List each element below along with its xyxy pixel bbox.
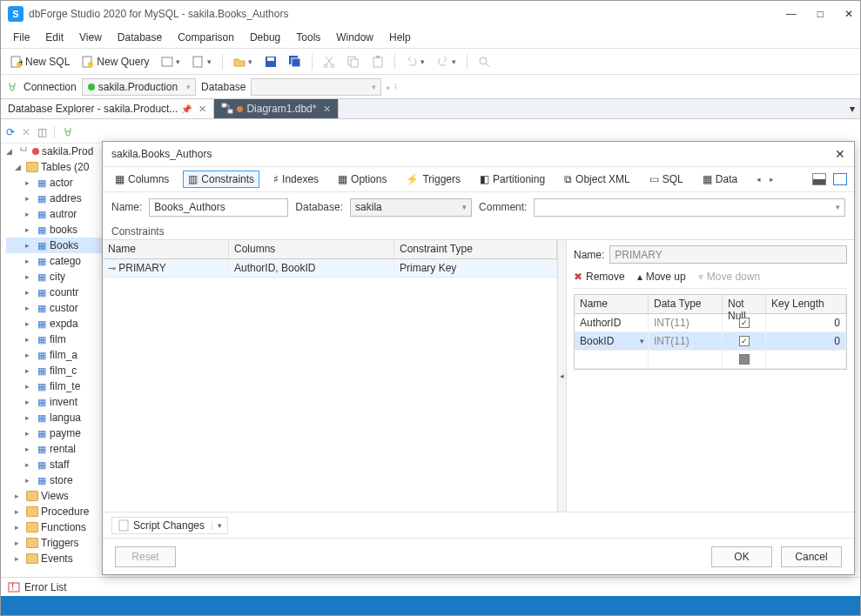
menu-view[interactable]: View [72,29,109,46]
moveup-button[interactable]: ▴Move up [637,271,686,283]
tree-table[interactable]: ▸▦rental [6,441,102,457]
mg-row[interactable]: AuthorID INT(11) ✓ 0 [575,314,846,332]
mg-row-empty[interactable] [575,351,846,369]
tab-objectxml[interactable]: ⧉Object XML [559,171,636,188]
ok-button[interactable]: OK [711,546,772,567]
constraint-row[interactable]: ⊸ PRIMARY AuthorID, BookID Primary Key [103,259,557,278]
error-list-bar[interactable]: ! Error List [1,577,860,596]
pin-icon[interactable]: 📌 [181,104,192,114]
tabs-prev[interactable]: ◂ [757,175,761,184]
dropdown-1[interactable]: ▾ [157,54,185,70]
tabs-next[interactable]: ▸ [770,175,774,184]
paste-button[interactable] [367,54,388,70]
tree-table[interactable]: ▸▦books [6,222,102,238]
dialog-close-button[interactable]: ✕ [835,147,845,161]
notnull-checkbox[interactable]: ✓ [739,336,750,346]
tree-triggers-folder[interactable]: ▸Triggers [6,535,102,551]
dropdown-2[interactable]: ▾ [188,54,216,70]
comment-input[interactable] [534,198,845,217]
view-mode-1[interactable] [812,173,826,185]
mg-row-selected[interactable]: BookID▾ INT(11) ✓ 0 [575,332,846,351]
tree-table[interactable]: ▸▦autror [6,206,102,222]
delete-icon[interactable]: ✕ [22,126,30,138]
tree-table[interactable]: ▸▦film_a [6,347,102,363]
tree-table[interactable]: ▸▦store [6,472,102,488]
tree-table[interactable]: ▸▦custor [6,300,102,316]
tree-table[interactable]: ▸▦payme [6,425,102,441]
database-combo[interactable]: sakila [350,198,472,217]
tree-table[interactable]: ▸▦langua [6,410,102,425]
movedown-button[interactable]: ▾Move down [698,271,760,283]
tab-constraints[interactable]: ▥Constraints [183,171,259,188]
database-combo[interactable] [251,78,381,96]
mg-datatype-header[interactable]: Data Type [649,295,723,313]
tab-options[interactable]: ▦Options [333,171,392,188]
menu-comparison[interactable]: Comparison [171,29,241,46]
tabs-dropdown[interactable]: ▾ [844,99,860,118]
mg-name-header[interactable]: Name [575,295,649,313]
col-name-header[interactable]: Name [103,240,229,258]
search-button[interactable] [474,54,494,70]
close-icon[interactable]: ✕ [198,104,206,115]
menu-tools[interactable]: Tools [289,29,327,46]
name-input[interactable] [149,198,288,217]
detail-name-input[interactable] [609,245,847,264]
redo-button[interactable]: ▾ [433,54,461,70]
tab-columns[interactable]: ▦Columns [110,171,174,188]
col-columns-header[interactable]: Columns [229,240,394,258]
cut-button[interactable] [319,54,340,70]
tree-table[interactable]: ▸▦film_te [6,378,102,394]
tree-table[interactable]: ▸▦addres [6,191,102,206]
tree-procedures-folder[interactable]: ▸Procedure [6,504,102,519]
tree-table[interactable]: ▸▦countr [6,285,102,300]
new-query-button[interactable]: New Query [77,54,153,70]
open-button[interactable]: ▾ [229,54,257,70]
tree-table[interactable]: ▸▦staff [6,457,102,472]
mg-keylen-header[interactable]: Key Length [766,295,846,313]
connection-combo[interactable]: sakila.Production [82,78,196,96]
plug-icon[interactable] [62,126,74,138]
maximize-button[interactable]: □ [817,8,824,20]
tree-table[interactable]: ▸▦catego [6,253,102,269]
menu-help[interactable]: Help [382,29,418,46]
tree-table[interactable]: ▸▦film [6,331,102,347]
tab-data[interactable]: ▦Data [697,171,743,188]
menu-edit[interactable]: Edit [38,29,71,46]
undo-button[interactable]: ▾ [401,54,429,70]
save-button[interactable] [260,54,281,70]
tree-table[interactable]: ▸▦film_c [6,363,102,378]
refresh-icon[interactable]: ⟳ [6,126,15,138]
save-all-button[interactable] [285,54,306,70]
tree-table[interactable]: ▸▦actor [6,175,102,191]
copy-button[interactable] [343,54,364,70]
menu-window[interactable]: Window [329,29,380,46]
minimize-button[interactable]: — [786,8,797,20]
tree-table[interactable]: ▸▦invent [6,394,102,410]
script-changes-button[interactable]: Script Changes ▾ [111,517,228,534]
tab-triggers[interactable]: ⚡Triggers [400,171,466,188]
tree-functions-folder[interactable]: ▸Functions [6,519,102,535]
tree-table-selected[interactable]: ▸▦Books [6,238,102,253]
notnull-checkbox-indeterminate[interactable] [739,354,750,365]
menu-file[interactable]: File [6,29,37,46]
tree-table[interactable]: ▸▦city [6,269,102,285]
notnull-checkbox[interactable]: ✓ [739,318,750,328]
reset-button[interactable]: Reset [115,546,176,567]
tab-database-explorer[interactable]: Database Explorer - sakila.Product... 📌 … [1,99,214,118]
tree-events-folder[interactable]: ▸Events [6,551,102,566]
tree-tables-folder[interactable]: ◢Tables (20 [6,159,102,175]
tree-table[interactable]: ▸▦expda [6,316,102,331]
tab-partitioning[interactable]: ◧Partitioning [474,171,550,188]
window-icon[interactable]: ◫ [37,126,47,138]
menu-debug[interactable]: Debug [243,29,287,46]
mg-notnull-header[interactable]: Not Null [723,295,766,313]
close-icon[interactable]: ✕ [323,104,331,115]
view-mode-2[interactable] [833,173,847,185]
menu-database[interactable]: Database [111,29,169,46]
tree-views-folder[interactable]: ▸Views [6,488,102,504]
new-sql-button[interactable]: + New SQL [6,54,74,70]
remove-button[interactable]: ✖Remove [574,271,625,283]
tab-diagram[interactable]: Diagram1.dbd* ✕ [214,99,339,118]
tab-indexes[interactable]: ♯Indexes [268,171,324,188]
tab-sql[interactable]: ▭SQL [644,171,689,188]
